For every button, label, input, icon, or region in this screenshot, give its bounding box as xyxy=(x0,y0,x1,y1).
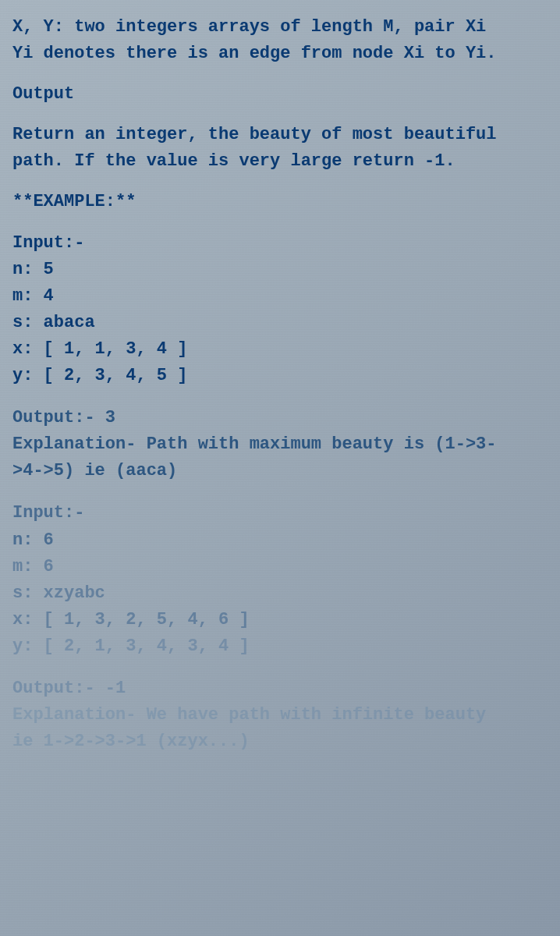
ex1-exp-2: >4->5) ie (aaca) xyxy=(12,458,548,484)
ex2-y: y: [ 2, 1, 3, 4, 3, 4 ] xyxy=(12,633,548,660)
ex2-input-label: Input:- xyxy=(12,500,548,526)
ex1-input-label: Input:- xyxy=(12,230,548,257)
example-1-input: Input:- n: 5 m: 4 s: abaca x: [ 1, 1, 3,… xyxy=(12,230,548,390)
ex1-x: x: [ 1, 1, 3, 4 ] xyxy=(12,336,548,363)
ex2-s: s: xzyabc xyxy=(12,580,548,607)
intro-line-1: X, Y: two integers arrays of length M, p… xyxy=(12,14,548,41)
intro-paragraph: X, Y: two integers arrays of length M, p… xyxy=(12,14,548,67)
ex2-exp-1: Explanation- We have path with infinite … xyxy=(12,702,548,729)
ex1-m: m: 4 xyxy=(12,283,548,310)
ex2-output: Output:- -1 xyxy=(12,675,548,702)
intro-line-2: Yi denotes there is an edge from node Xi… xyxy=(12,41,548,67)
document-content: X, Y: two integers arrays of length M, p… xyxy=(12,14,548,755)
output-description: Return an integer, the beauty of most be… xyxy=(12,122,548,175)
ex1-y: y: [ 2, 3, 4, 5 ] xyxy=(12,363,548,389)
ex1-s: s: abaca xyxy=(12,310,548,336)
ex1-n: n: 5 xyxy=(12,257,548,283)
ex2-m: m: 6 xyxy=(12,554,548,580)
ex2-x: x: [ 1, 3, 2, 5, 4, 6 ] xyxy=(12,607,548,633)
ex1-output: Output:- 3 xyxy=(12,405,548,431)
output-heading: Output xyxy=(12,81,548,108)
example-1-output: Output:- 3 Explanation- Path with maximu… xyxy=(12,405,548,484)
output-desc-2: path. If the value is very large return … xyxy=(12,148,548,175)
example-2-input: Input:- n: 6 m: 6 s: xzyabc x: [ 1, 3, 2… xyxy=(12,500,548,660)
ex1-exp-1: Explanation- Path with maximum beauty is… xyxy=(12,431,548,458)
example-heading: **EXAMPLE:** xyxy=(12,189,548,215)
ex2-n: n: 6 xyxy=(12,527,548,554)
output-desc-1: Return an integer, the beauty of most be… xyxy=(12,122,548,148)
ex2-exp-2: ie 1->2->3->1 (xzyx...) xyxy=(12,729,548,755)
example-2-output: Output:- -1 Explanation- We have path wi… xyxy=(12,675,548,755)
